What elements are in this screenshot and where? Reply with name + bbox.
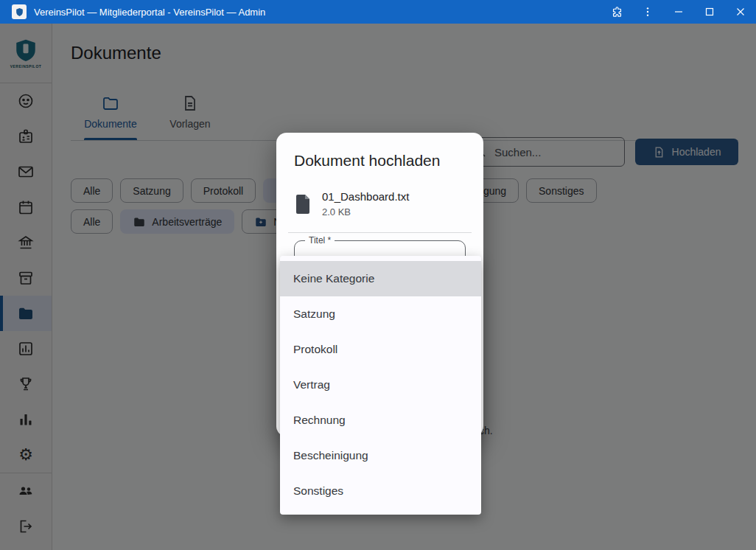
menu-item-rechnung[interactable]: Rechnung — [280, 403, 481, 438]
window-titlebar: VereinsPilot — Mitgliederportal - Verein… — [0, 0, 756, 24]
title-field-label: Titel * — [305, 235, 335, 246]
window-title: VereinsPilot — Mitgliederportal - Verein… — [34, 7, 601, 18]
app-window: VereinsPilot — Mitgliederportal - Verein… — [0, 0, 756, 550]
extensions-icon[interactable] — [601, 0, 632, 24]
file-icon — [294, 194, 312, 215]
menu-item-satzung[interactable]: Satzung — [280, 296, 481, 332]
menu-item-keine-kategorie[interactable]: Keine Kategorie — [280, 261, 481, 296]
kebab-menu-icon[interactable] — [632, 0, 663, 24]
dialog-divider — [288, 232, 472, 233]
file-size: 2.0 KB — [322, 206, 409, 217]
menu-item-protokoll[interactable]: Protokoll — [280, 332, 481, 367]
menu-item-sonstiges[interactable]: Sonstiges — [280, 473, 481, 509]
app-icon — [12, 4, 27, 19]
dialog-title: Dokument hochladen — [294, 152, 466, 170]
category-dropdown-menu: Keine Kategorie Satzung Protokoll Vertra… — [280, 256, 481, 515]
maximize-icon[interactable] — [694, 0, 725, 24]
file-row: 01_Dashboard.txt 2.0 KB — [294, 190, 466, 217]
minimize-icon[interactable] — [663, 0, 694, 24]
menu-item-vertrag[interactable]: Vertrag — [280, 367, 481, 403]
file-name: 01_Dashboard.txt — [322, 190, 409, 203]
menu-item-bescheinigung[interactable]: Bescheinigung — [280, 438, 481, 473]
close-icon[interactable] — [725, 0, 756, 24]
